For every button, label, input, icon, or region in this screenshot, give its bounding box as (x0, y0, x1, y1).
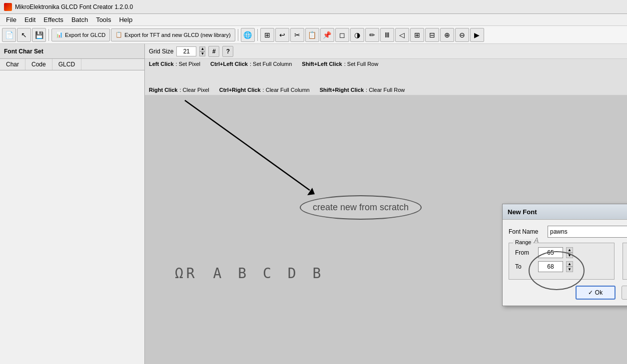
left-click-label: Left Click (149, 61, 174, 67)
char-c: C (263, 265, 274, 282)
to-row: To ▲ ▼ (515, 261, 608, 272)
tab-char[interactable]: Char (0, 59, 25, 70)
from-row: From ▲ ▼ (515, 247, 608, 258)
grid-spin-down[interactable]: ▼ (199, 51, 205, 56)
tool3-button[interactable]: ⊞ (410, 28, 424, 42)
right-panel: Grid Size ▲ ▼ # ? Left Click : Set Pixel… (145, 44, 627, 364)
font-name-label: Font Name (509, 228, 544, 235)
from-spin-up[interactable]: ▲ (566, 247, 573, 253)
ctrl-left-action: : Set Full Column (250, 61, 292, 67)
dialog-buttons: ✓ Ok ✕ Cancel (509, 286, 627, 300)
grid-spin-up[interactable]: ▲ (199, 46, 205, 51)
from-spin-down[interactable]: ▼ (566, 253, 573, 258)
tab-code[interactable]: Code (25, 59, 52, 70)
tool6-button[interactable]: ⊖ (455, 28, 469, 42)
char-a: A (213, 265, 225, 282)
new-button[interactable]: 📄 (2, 28, 16, 42)
grid-hash-button[interactable]: # (208, 46, 219, 57)
to-label: To (515, 263, 535, 270)
left-panel-header: Font Char Set (0, 44, 144, 59)
cut-button[interactable]: ✂ (290, 28, 304, 42)
tool4-button[interactable]: ⊟ (425, 28, 439, 42)
from-spinner[interactable]: ▲ ▼ (566, 247, 573, 258)
export-glcd-button[interactable]: 📊 Export for GLCD (51, 28, 110, 41)
separator-1 (48, 29, 49, 41)
web-button[interactable]: 🌐 (241, 28, 255, 42)
annotation-text: create new from scratch (313, 202, 409, 212)
export-glcd-icon: 📊 (56, 31, 63, 38)
range-group: Range A From ▲ ▼ To (509, 243, 615, 280)
grid-help-button[interactable]: ? (222, 46, 233, 57)
annotation-bubble: create new from scratch (300, 195, 422, 220)
ok-button[interactable]: ✓ Ok (576, 286, 616, 300)
dialog-section: Range A From ▲ ▼ To (509, 243, 627, 280)
ctrl-right-info: Ctrl+Right Click : Clear Full Column (219, 87, 310, 93)
font-name-input[interactable] (548, 226, 627, 238)
menu-batch[interactable]: Batch (67, 15, 92, 24)
dialog-title: New Font (508, 208, 537, 216)
menu-help[interactable]: Help (115, 15, 136, 24)
to-spin-up[interactable]: ▲ (566, 261, 573, 267)
paste-button[interactable]: 📌 (320, 28, 334, 42)
cancel-button[interactable]: ✕ Cancel (622, 286, 627, 300)
grid-button[interactable]: ⊞ (260, 28, 274, 42)
tab-glcd[interactable]: GLCD (52, 59, 81, 70)
save-button[interactable]: 💾 (32, 28, 46, 42)
font-chars-display: ΩR A B C D B (175, 265, 324, 282)
grid-size-spinner[interactable]: ▲ ▼ (199, 46, 205, 56)
export-glcd-label: Export for GLCD (65, 32, 105, 38)
right-click-info: Right Click : Clear Pixel (149, 87, 209, 93)
ctrl-right-label: Ctrl+Right Click (219, 87, 261, 93)
range-a-label: A (534, 236, 539, 244)
left-click-action: : Set Pixel (176, 61, 201, 67)
to-spin-down[interactable]: ▼ (566, 267, 573, 272)
to-input[interactable] (538, 261, 563, 272)
eraser-button[interactable]: ◻ (335, 28, 349, 42)
shift-left-action: : Set Full Row (344, 61, 378, 67)
dialog-body: Font Name Range A From ▲ (503, 220, 627, 306)
shift-right-info: Shift+Right Click : Clear Full Row (320, 87, 405, 93)
shift-right-label: Shift+Right Click (320, 87, 364, 93)
copy-button[interactable]: 📋 (305, 28, 319, 42)
char-chr: ΩR (175, 265, 198, 282)
menu-effects[interactable]: Effects (39, 15, 67, 24)
undo-button[interactable]: ↩ (275, 28, 289, 42)
left-click-info: Left Click : Set Pixel (149, 61, 200, 67)
cursor-button[interactable]: ↖ (17, 28, 31, 42)
export-tft-icon: 📋 (115, 31, 122, 38)
app-icon (4, 3, 12, 11)
pen-button[interactable]: ✏ (365, 28, 379, 42)
grid-size-input[interactable] (176, 46, 196, 56)
shift-left-label: Shift+Left Click (302, 61, 342, 67)
tool5-button[interactable]: ⊕ (440, 28, 454, 42)
char-d: D (288, 265, 299, 282)
svg-line-0 (185, 100, 310, 190)
separator-2 (238, 29, 238, 41)
ctrl-left-info: Ctrl+Left Click : Set Full Column (210, 61, 292, 67)
export-tft-label: Export for TFT and new GLCD (new library… (124, 32, 230, 38)
arrow-annotation (145, 95, 345, 245)
from-label: From (515, 249, 535, 256)
ok-label: Ok (595, 289, 603, 296)
export-tft-button[interactable]: 📋 Export for TFT and new GLCD (new libra… (111, 28, 235, 41)
menu-edit[interactable]: Edit (20, 15, 39, 24)
tool1-button[interactable]: Ⅲ (380, 28, 394, 42)
tool7-button[interactable]: ▶ (470, 28, 484, 42)
left-panel: Font Char Set Char Code GLCD (0, 44, 145, 364)
to-spinner[interactable]: ▲ ▼ (566, 261, 573, 272)
ctrl-right-action: : Clear Full Column (263, 87, 310, 93)
grid-size-label: Grid Size (149, 48, 173, 55)
font-size-group: Font Size Width ▲ ▼ Height (623, 243, 627, 280)
click-info-bar: Left Click : Set Pixel Ctrl+Left Click :… (145, 59, 627, 95)
tool2-button[interactable]: ◁ (395, 28, 409, 42)
menu-bar: File Edit Effects Batch Tools Help (0, 14, 627, 26)
right-click-label: Right Click (149, 87, 177, 93)
menu-tools[interactable]: Tools (92, 15, 115, 24)
main-layout: Font Char Set Char Code GLCD Grid Size ▲… (0, 44, 627, 364)
menu-file[interactable]: File (2, 15, 20, 24)
svg-marker-1 (307, 188, 315, 195)
separator-3 (257, 29, 258, 41)
invert-button[interactable]: ◑ (350, 28, 364, 42)
range-label: Range (513, 239, 533, 245)
from-input[interactable] (538, 247, 563, 258)
